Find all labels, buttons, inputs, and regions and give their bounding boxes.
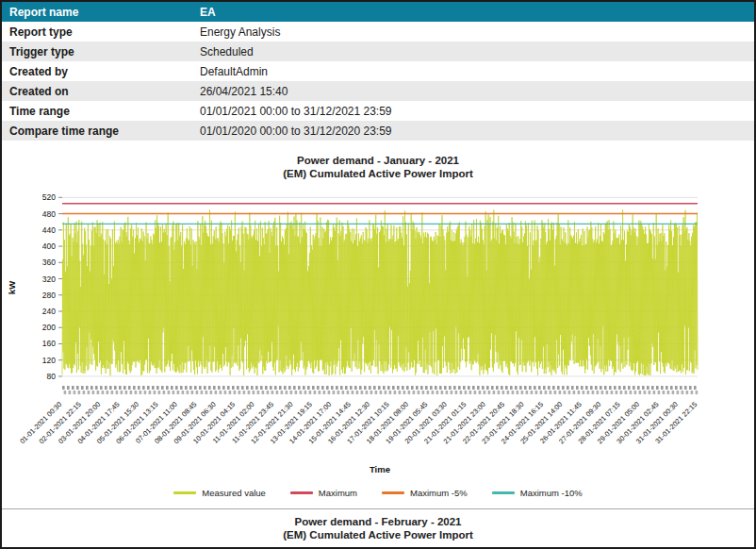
legend-swatch xyxy=(382,491,404,494)
report-field-value: 26/04/2021 15:40 xyxy=(192,81,754,101)
svg-text:120: 120 xyxy=(42,356,56,365)
chart-title-block: Power demand - January - 2021 (EM) Cumul… xyxy=(2,154,754,180)
legend-item-measured-value: Measured value xyxy=(173,488,266,498)
svg-text:440: 440 xyxy=(42,225,56,235)
legend-swatch xyxy=(290,491,313,494)
report-row: Compare time range 01/01/2020 00:00 to 3… xyxy=(2,121,754,141)
report-field-label: Report type xyxy=(2,22,192,42)
legend-item-maximum-10-: Maximum -10% xyxy=(492,488,583,498)
next-chart-title: Power demand - February - 2021 xyxy=(2,515,754,528)
report-row: Created by DefaultAdmin xyxy=(2,61,754,81)
svg-text:240: 240 xyxy=(42,307,56,316)
measured-value-series xyxy=(62,210,698,376)
report-field-label: Compare time range xyxy=(2,121,192,141)
svg-text:520: 520 xyxy=(42,192,56,202)
x-axis-tick-strip xyxy=(62,386,698,394)
svg-text:80: 80 xyxy=(47,372,57,381)
report-header-row: Report name EA xyxy=(2,2,754,22)
report-field-value: 01/01/2020 00:00 to 31/12/2020 23:59 xyxy=(192,121,754,141)
report-field-label: Time range xyxy=(2,101,192,121)
report-info-table: Report name EA Report type Energy Analys… xyxy=(2,2,754,141)
next-chart-subtitle: (EM) Cumulated Active Power Import xyxy=(2,528,754,541)
y-axis-label: kW xyxy=(7,281,17,294)
next-chart-title-block: Power demand - February - 2021 (EM) Cumu… xyxy=(2,515,754,541)
x-axis-label: Time xyxy=(370,464,390,474)
report-field-value: EA xyxy=(192,2,754,22)
chart-title: Power demand - January - 2021 xyxy=(2,154,754,167)
report-row: Report type Energy Analysis xyxy=(2,22,754,42)
report-field-value: Energy Analysis xyxy=(192,22,754,42)
svg-text:160: 160 xyxy=(42,339,56,348)
x-axis-labels: 01-01-2021 00:3002-01-2021 22:1503-01-20… xyxy=(18,400,698,445)
chart-subtitle: (EM) Cumulated Active Power Import xyxy=(2,167,754,180)
legend-swatch xyxy=(492,491,515,494)
chart-legend: Measured valueMaximumMaximum -5%Maximum … xyxy=(2,484,754,501)
report-row: Time range 01/01/2021 00:00 to 31/12/202… xyxy=(2,101,754,121)
report-field-label: Created by xyxy=(2,61,192,81)
legend-label: Maximum -10% xyxy=(520,488,583,498)
report-field-label: Report name xyxy=(2,2,192,22)
svg-text:200: 200 xyxy=(42,323,56,332)
report-row: Created on 26/04/2021 15:40 xyxy=(2,81,754,101)
svg-text:320: 320 xyxy=(42,274,56,284)
report-field-value: Scheduled xyxy=(192,42,754,61)
energy-analysis-report: { "colors": { "header_bg": "#0d7d9c", "r… xyxy=(0,0,756,549)
svg-text:360: 360 xyxy=(42,258,56,267)
report-row: Trigger type Scheduled xyxy=(2,42,754,61)
report-field-label: Created on xyxy=(2,81,192,101)
svg-text:480: 480 xyxy=(42,209,56,219)
legend-label: Measured value xyxy=(202,488,266,498)
legend-item-maximum-5-: Maximum -5% xyxy=(382,488,468,498)
legend-label: Maximum xyxy=(319,488,357,498)
svg-text:400: 400 xyxy=(42,241,56,251)
report-field-label: Trigger type xyxy=(2,42,192,61)
legend-swatch xyxy=(173,491,196,494)
report-field-value: DefaultAdmin xyxy=(192,61,754,81)
legend-label: Maximum -5% xyxy=(410,488,468,498)
section-divider xyxy=(2,508,754,509)
legend-item-maximum: Maximum xyxy=(290,488,357,498)
report-field-value: 01/01/2021 00:00 to 31/12/2021 23:59 xyxy=(192,101,754,121)
svg-text:280: 280 xyxy=(42,291,56,300)
power-demand-chart: 52048044040036032028024020016012080kW01-… xyxy=(2,186,756,484)
